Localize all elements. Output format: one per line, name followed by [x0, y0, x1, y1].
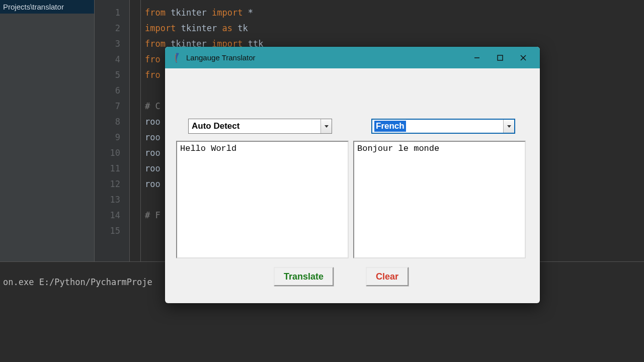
editor-fold-column [130, 0, 141, 261]
clear-button[interactable]: Clear [366, 267, 409, 286]
terminal-output-line: on.exe E:/Python/PycharmProje [3, 277, 152, 287]
chevron-down-icon[interactable] [503, 120, 514, 133]
editor-gutter: 123456789101112131415 [95, 0, 130, 261]
translate-button[interactable]: Translate [274, 267, 334, 286]
window-client-area: Auto Detect French Hello World Bonjour l… [168, 68, 537, 300]
close-button[interactable] [512, 50, 535, 66]
tk-feather-icon [172, 52, 181, 63]
maximize-button[interactable] [489, 50, 512, 66]
titlebar[interactable]: Langauge Translator [165, 47, 540, 68]
source-language-value: Auto Detect [192, 121, 239, 131]
project-tree-selected[interactable]: Projects\translator [0, 0, 94, 14]
minimize-button[interactable] [465, 50, 489, 66]
svg-rect-1 [498, 55, 503, 60]
project-tree[interactable]: Projects\translator [0, 0, 95, 261]
source-language-combobox[interactable]: Auto Detect [188, 119, 332, 134]
target-text-output[interactable]: Bonjour le monde [353, 141, 526, 258]
target-language-value: French [374, 121, 406, 132]
chevron-down-icon[interactable] [320, 119, 332, 133]
source-text-input[interactable]: Hello World [176, 141, 349, 258]
translator-window: Langauge Translator Auto Detect French H… [165, 47, 540, 303]
target-language-combobox[interactable]: French [371, 119, 515, 134]
window-title: Langauge Translator [186, 53, 256, 62]
